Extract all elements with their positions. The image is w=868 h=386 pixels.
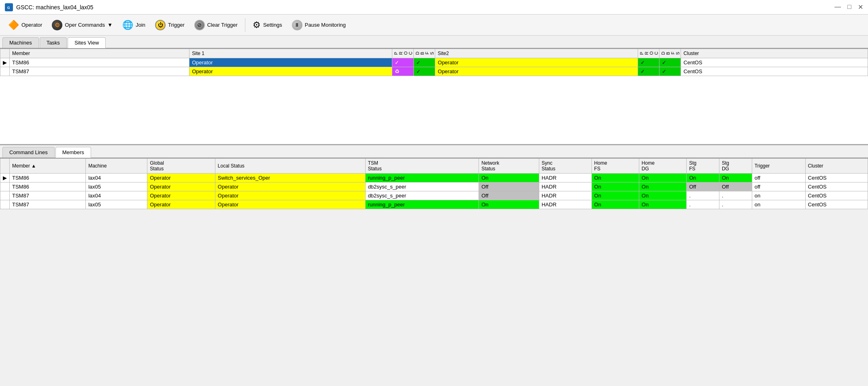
members-home-fs-header: HomeFS [591,158,639,174]
members-table-row: TSM87lax04OperatorOperatordb2sysc_s_peer… [0,191,868,200]
members-row-network-status: On [479,200,539,209]
sites-table-row: ▶TSM86Operator✓✓Operator✓✓CentOS [0,58,868,67]
members-row-machine: lax04 [86,174,147,182]
sites-row-proc2: ✓ [638,58,660,67]
members-stg-dg-header: StgDG [719,158,752,174]
sites-table: Member Site 1 PROC DBFS Site2 PROC DBFS … [0,48,868,76]
trigger-button[interactable]: ⏻ Trigger [151,18,189,32]
title-bar: G GSCC: machines_lax04_lax05 — □ ✕ [0,0,868,15]
settings-button[interactable]: ⚙ Settings [249,18,286,32]
members-member-header: Member ▲ [10,158,86,174]
members-row-sync-status: HADR [539,200,591,209]
members-row-home-dg: On [639,174,686,182]
members-table-row: TSM87lax05OperatorOperatorrunning_p_peer… [0,200,868,209]
members-row-global-status: Operator [147,182,215,191]
members-row-stg-fs: . [687,191,719,200]
members-global-status-header: GlobalStatus [147,158,215,174]
members-row-stg-dg: On [719,174,752,182]
sites-row-member: TSM86 [10,58,189,67]
members-row-home-fs: On [591,200,639,209]
tab-tasks[interactable]: Tasks [40,37,67,48]
bottom-tabs-bar: Command Lines Members [0,145,868,158]
cone-icon: 🔶 [8,20,19,30]
pause-icon: ⏸ [292,20,302,30]
sites-site1-header: Site 1 [189,49,392,58]
sites-dbfs1-header: DBFS [414,49,435,58]
sites-member-header: Member [10,49,189,58]
members-tsm-status-header: TSMStatus [365,158,479,174]
members-cluster-header: Cluster [805,158,868,174]
app-title: GSCC: machines_lax04_lax05 [16,4,94,11]
members-row-stg-fs: . [687,200,719,209]
members-row-stg-dg: Off [719,182,752,191]
members-row-sync-status: HADR [539,191,591,200]
maximize-button[interactable]: □ [847,3,851,11]
title-bar-left: G GSCC: machines_lax04_lax05 [5,3,94,11]
members-row-network-status: Off [479,191,539,200]
pause-monitoring-button[interactable]: ⏸ Pause Monitoring [288,18,350,32]
sites-row-arrow: ▶ [0,58,10,67]
members-row-member: TSM86 [10,174,86,182]
sites-site2-header: Site2 [435,49,638,58]
sites-row-arrow [0,67,10,76]
members-row-home-dg: On [639,191,686,200]
oper-commands-button[interactable]: ⚙ Oper Commands ▼ [48,18,117,32]
minimize-button[interactable]: — [834,3,841,11]
members-row-stg-fs: On [687,174,719,182]
sites-row-cluster: CentOS [681,67,868,76]
members-sync-status-header: SyncStatus [539,158,591,174]
members-row-stg-dg: . [719,191,752,200]
members-row-home-dg: On [639,200,686,209]
members-row-member: TSM87 [10,200,86,209]
operator-button[interactable]: 🔶 Operator [4,18,46,32]
members-row-arrow [0,191,10,200]
svg-text:G: G [7,5,10,9]
members-row-tsm-status: db2sysc_s_peer [365,191,479,200]
clear-trigger-label: Clear Trigger [207,22,238,28]
sites-row-site2: Operator [435,67,638,76]
members-row-trigger: on [752,191,805,200]
members-network-status-header: NetworkStatus [479,158,539,174]
members-row-local-status: Operator [215,200,365,209]
members-trigger-header: Trigger [752,158,805,174]
members-home-dg-header: HomeDG [639,158,686,174]
members-machine-header: Machine [86,158,147,174]
members-arrow-header [0,158,10,174]
members-pane: Member ▲ Machine GlobalStatus Local Stat… [0,158,868,209]
members-row-arrow [0,182,10,191]
settings-icon: ⚙ [253,20,261,30]
app-icon: G [5,3,13,11]
settings-label: Settings [263,22,282,28]
clear-trigger-button[interactable]: ⊘ Clear Trigger [190,18,242,32]
operator-label: Operator [21,22,42,28]
tab-machines[interactable]: Machines [2,37,39,48]
clear-icon: ⊘ [194,20,205,30]
sites-proc2-header: PROC [638,49,660,58]
tab-sites-view[interactable]: Sites View [68,37,106,48]
top-tabs-bar: Machines Tasks Sites View [0,36,868,48]
members-row-local-status: Operator [215,191,365,200]
sites-row-dbfs2: ✓ [660,67,681,76]
toolbar: 🔶 Operator ⚙ Oper Commands ▼ 🌐 Join ⏻ Tr… [0,15,868,36]
members-row-home-fs: On [591,182,639,191]
close-button[interactable]: ✕ [858,3,863,11]
globe-icon: 🌐 [122,20,133,30]
sites-proc1-header: PROC [392,49,414,58]
sites-row-site2: Operator [435,58,638,67]
tab-members[interactable]: Members [55,147,91,158]
sites-row-proc2: ✓ [638,67,660,76]
join-button[interactable]: 🌐 Join [118,18,149,32]
members-row-cluster: CentOS [805,191,868,200]
members-row-local-status: Switch_services_Oper [215,174,365,182]
members-row-machine: lax05 [86,182,147,191]
members-row-tsm-status: running_p_peer [365,174,479,182]
join-label: Join [136,22,145,28]
sites-cluster-header: Cluster [681,49,868,58]
tab-command-lines[interactable]: Command Lines [2,147,55,157]
members-table-row: ▶TSM86lax04OperatorSwitch_services_Operr… [0,174,868,182]
members-local-status-header: Local Status [215,158,365,174]
sites-row-dbfs1: ✓ [414,58,435,67]
trigger-label: Trigger [168,22,185,28]
members-row-network-status: On [479,174,539,182]
members-row-home-dg: On [639,182,686,191]
